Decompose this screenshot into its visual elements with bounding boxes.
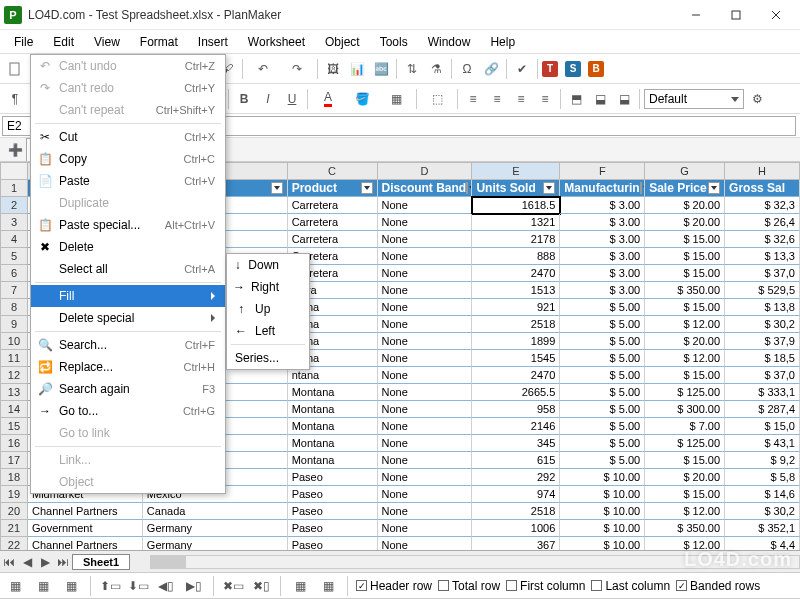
cell[interactable]: 345 (472, 435, 560, 452)
cell[interactable]: Montana (288, 452, 378, 469)
row-header[interactable]: 11 (0, 350, 28, 367)
cell[interactable]: $ 15.00 (645, 452, 725, 469)
cell[interactable]: $ 4,4 (725, 537, 800, 550)
cell[interactable]: None (378, 401, 473, 418)
delete-col-button[interactable]: ✖▯ (250, 575, 272, 597)
row-header[interactable]: 8 (0, 299, 28, 316)
cell[interactable]: $ 13,8 (725, 299, 800, 316)
cell[interactable]: 2518 (472, 503, 560, 520)
cell[interactable]: $ 5.00 (560, 384, 645, 401)
cell[interactable]: $ 5.00 (560, 418, 645, 435)
cell[interactable]: $ 5.00 (560, 452, 645, 469)
menu-item-replace-[interactable]: 🔁Replace...Ctrl+H (31, 356, 225, 378)
textmaker-icon[interactable]: T (542, 61, 558, 77)
cell[interactable]: None (378, 435, 473, 452)
table-header-cell[interactable]: Manufacturin (560, 180, 645, 197)
cell[interactable]: Paseo (288, 520, 378, 537)
cell[interactable]: $ 5.00 (560, 333, 645, 350)
cell[interactable]: $ 3.00 (560, 214, 645, 231)
maximize-button[interactable] (716, 3, 756, 27)
cell[interactable]: 367 (472, 537, 560, 550)
cell[interactable]: 615 (472, 452, 560, 469)
filter-arrow-icon[interactable] (361, 182, 373, 194)
table-header-cell[interactable]: Product (288, 180, 378, 197)
cell[interactable]: Germany (143, 537, 288, 550)
cell[interactable]: 2470 (472, 265, 560, 282)
cell[interactable]: Government (28, 520, 143, 537)
cell[interactable]: 2665.5 (472, 384, 560, 401)
underline-button[interactable]: U (281, 88, 303, 110)
row-header[interactable]: 17 (0, 452, 28, 469)
cell[interactable]: None (378, 231, 473, 248)
row-header[interactable]: 16 (0, 435, 28, 452)
cell[interactable]: Paseo (288, 503, 378, 520)
col-header-c[interactable]: C (288, 162, 378, 180)
menu-item-copy[interactable]: 📋CopyCtrl+C (31, 148, 225, 170)
cell[interactable]: $ 26,4 (725, 214, 800, 231)
banded-rows-checkbox[interactable]: Banded rows (676, 579, 760, 593)
cell[interactable]: $ 10.00 (560, 469, 645, 486)
cell[interactable]: $ 30,2 (725, 316, 800, 333)
menu-item-paste-special-[interactable]: 📋Paste special...Alt+Ctrl+V (31, 214, 225, 236)
cell[interactable]: $ 37,9 (725, 333, 800, 350)
menu-item-fill[interactable]: Fill (31, 285, 225, 307)
textbox-button[interactable]: 🔤 (370, 58, 392, 80)
cell[interactable]: None (378, 333, 473, 350)
last-column-checkbox[interactable]: Last column (591, 579, 670, 593)
cell[interactable]: $ 5,8 (725, 469, 800, 486)
cell[interactable]: $ 15.00 (645, 299, 725, 316)
cell[interactable]: $ 350.00 (645, 520, 725, 537)
cell[interactable]: $ 15,0 (725, 418, 800, 435)
align-right-button[interactable]: ≡ (510, 88, 532, 110)
formula-bar[interactable] (148, 116, 796, 136)
align-center-button[interactable]: ≡ (486, 88, 508, 110)
basicmaker-icon[interactable]: B (588, 61, 604, 77)
style-settings-button[interactable]: ⚙ (746, 88, 768, 110)
fill-up[interactable]: ↑Up (227, 298, 309, 320)
cell[interactable]: None (378, 350, 473, 367)
row-header[interactable]: 6 (0, 265, 28, 282)
fill-left[interactable]: ←Left (227, 320, 309, 342)
menu-item-delete-special[interactable]: Delete special (31, 307, 225, 329)
table-header-cell[interactable]: Sale Price (645, 180, 725, 197)
table-header-cell[interactable]: Units Sold (472, 180, 560, 197)
col-header-f[interactable]: F (560, 162, 645, 180)
cell[interactable]: 292 (472, 469, 560, 486)
fill-right[interactable]: →Right (227, 276, 309, 298)
new-doc-tab-button[interactable]: ➕ (4, 139, 26, 161)
menu-item-cut[interactable]: ✂CutCtrl+X (31, 126, 225, 148)
row-header[interactable]: 15 (0, 418, 28, 435)
align-justify-button[interactable]: ≡ (534, 88, 556, 110)
cell[interactable]: $ 32,6 (725, 231, 800, 248)
close-button[interactable] (756, 3, 796, 27)
cell-style-select[interactable]: Default (644, 89, 744, 109)
cell[interactable]: Channel Partners (28, 537, 143, 550)
cell[interactable]: $ 3.00 (560, 197, 645, 214)
chart-button[interactable]: 📊 (346, 58, 368, 80)
cell[interactable]: 1545 (472, 350, 560, 367)
align-left-button[interactable]: ≡ (462, 88, 484, 110)
cell[interactable]: $ 30,2 (725, 503, 800, 520)
menu-item-paste[interactable]: 📄PasteCtrl+V (31, 170, 225, 192)
cell[interactable]: $ 7.00 (645, 418, 725, 435)
cell[interactable]: None (378, 248, 473, 265)
cell[interactable]: Paseo (288, 537, 378, 550)
cell[interactable]: 1006 (472, 520, 560, 537)
cell[interactable]: None (378, 520, 473, 537)
cell[interactable]: 1321 (472, 214, 560, 231)
cell[interactable]: $ 15.00 (645, 248, 725, 265)
cell[interactable]: $ 37,0 (725, 265, 800, 282)
row-header[interactable]: 13 (0, 384, 28, 401)
menu-object[interactable]: Object (315, 33, 370, 51)
menu-item-search-again[interactable]: 🔎Search againF3 (31, 378, 225, 400)
cell[interactable]: $ 350.00 (645, 282, 725, 299)
cell[interactable]: $ 5.00 (560, 401, 645, 418)
menu-worksheet[interactable]: Worksheet (238, 33, 315, 51)
filter-arrow-icon[interactable] (640, 182, 642, 194)
prev-sheet-button[interactable]: ◀ (18, 553, 36, 571)
menu-window[interactable]: Window (418, 33, 481, 51)
cell[interactable]: $ 43,1 (725, 435, 800, 452)
cell[interactable]: $ 12.00 (645, 537, 725, 550)
cell[interactable]: Carretera (288, 214, 378, 231)
cell[interactable]: 2470 (472, 367, 560, 384)
